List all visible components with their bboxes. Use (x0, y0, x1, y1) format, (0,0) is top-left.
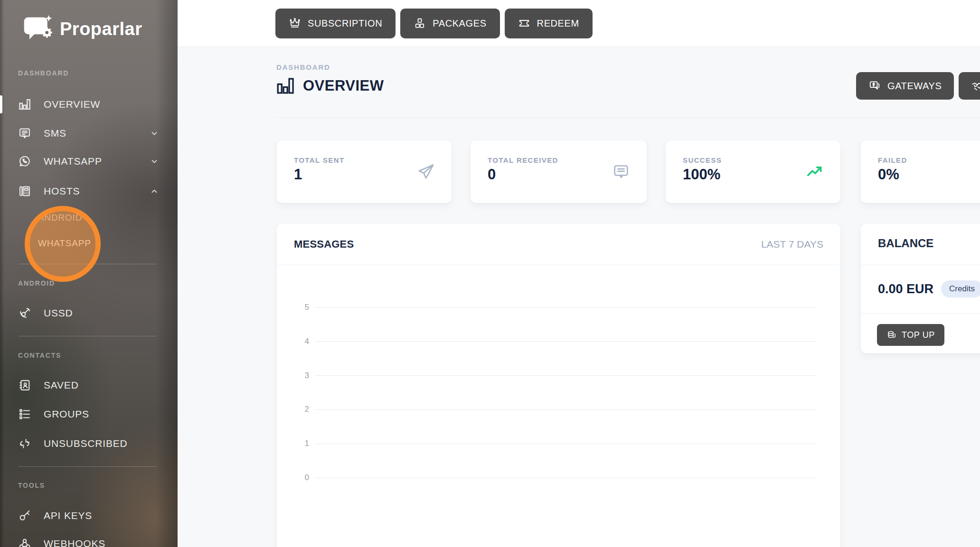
chart-gridline-row: 2 (290, 405, 817, 414)
sms-icon (18, 127, 31, 140)
redeem-label: REDEEM (537, 18, 579, 29)
chat-dollar-icon (868, 80, 881, 92)
broken-link-icon (18, 437, 31, 450)
stat-value: 0 (488, 166, 496, 183)
y-tick-label: 1 (290, 439, 309, 448)
stat-value: 0% (878, 166, 899, 183)
app-logo[interactable]: Proparlar (22, 14, 142, 44)
top-bar-buttons: SUBSCRIPTION PACKAGES REDEEM (275, 9, 593, 38)
chat-lines-icon (612, 162, 631, 181)
panel-divider (861, 265, 980, 265)
sidebar-section-tools: TOOLS (18, 482, 45, 489)
stat-card-total-received: TOTAL RECEIVED 0 (471, 140, 647, 203)
cubes-icon (414, 17, 426, 29)
sidebar-item-ussd[interactable]: USSD (0, 303, 178, 324)
sidebar-item-sms[interactable]: SMS (0, 123, 178, 144)
sidebar-item-label: WHATSAPP (44, 156, 102, 167)
panel-divider (861, 313, 980, 314)
sidebar-item-label: USSD (44, 307, 73, 319)
sidebar-item-overview[interactable]: OVERVIEW (0, 94, 178, 115)
app-name: Proparlar (60, 19, 142, 39)
packages-button[interactable]: PACKAGES (400, 9, 499, 38)
balance-amount: 0.00 EUR (878, 282, 933, 297)
satellite-dish-icon (18, 306, 31, 320)
chart-gridline-row: 3 (290, 371, 817, 380)
subscription-button[interactable]: SUBSCRIPTION (275, 9, 396, 38)
chart-gridline-row: 0 (290, 473, 817, 482)
sidebar-item-label: WEBHOOKS (44, 538, 105, 547)
top-up-label: TOP UP (902, 330, 935, 340)
gateways-label: GATEWAYS (887, 81, 942, 92)
gridline (315, 341, 817, 342)
logo-chat-bubble-icon (22, 14, 53, 44)
sidebar-item-label: SMS (44, 128, 66, 139)
sidebar-item-label: SAVED (44, 380, 79, 391)
sidebar-section-android: ANDROID (18, 279, 55, 287)
breadcrumb: DASHBOARD (276, 63, 330, 71)
credits-badge: Credits (941, 280, 980, 297)
partners-button-partial[interactable]: P (959, 72, 980, 100)
sidebar: Proparlar DASHBOARD OVERVIEW SMS WH (0, 0, 178, 547)
main-content: SUBSCRIPTION PACKAGES REDEEM DAS (178, 0, 980, 547)
sidebar-item-unsubscribed[interactable]: UNSUBSCRIBED (0, 433, 178, 454)
sidebar-divider (18, 466, 157, 467)
sidebar-item-saved[interactable]: SAVED (0, 375, 178, 396)
y-tick-label: 4 (290, 337, 309, 346)
trend-up-icon (805, 162, 824, 181)
stat-label: TOTAL RECEIVED (488, 156, 558, 164)
sidebar-item-label: UNSUBSCRIBED (44, 438, 127, 449)
gridline (315, 307, 817, 308)
stat-value: 1 (294, 166, 302, 183)
sidebar-item-groups[interactable]: GROUPS (0, 404, 178, 425)
whatsapp-icon (18, 155, 31, 168)
crown-icon (289, 17, 301, 29)
sidebar-item-api-keys[interactable]: API KEYS (0, 505, 178, 526)
coins-icon (886, 330, 897, 340)
gridline (315, 375, 817, 376)
chevron-up-icon (150, 187, 159, 195)
stat-card-success: SUCCESS 100% (666, 140, 840, 203)
sidebar-section-contacts: CONTACTS (18, 352, 61, 359)
stat-value: 100% (683, 166, 720, 183)
messages-chart: 543210 (277, 224, 840, 547)
stat-card-total-sent: TOTAL SENT 1 (277, 140, 452, 203)
key-icon (18, 509, 31, 522)
address-book-icon (18, 379, 31, 392)
gridline (315, 409, 817, 410)
header-divider (276, 117, 980, 118)
sidebar-item-webhooks[interactable]: WEBHOOKS (0, 533, 178, 547)
gridline (315, 444, 817, 444)
sidebar-section-dashboard: DASHBOARD (18, 69, 69, 77)
sidebar-item-label: HOSTS (44, 185, 80, 197)
balance-panel: BALANCE 0.00 EUR Credits TOP UP (861, 224, 980, 353)
top-up-button[interactable]: TOP UP (877, 324, 944, 346)
gateways-button[interactable]: GATEWAYS (856, 72, 954, 100)
tutorial-highlight-circle (25, 206, 101, 282)
gridline (315, 478, 817, 478)
paper-plane-icon (416, 162, 435, 181)
stat-card-failed: FAILED 0% (861, 140, 980, 203)
stat-label: TOTAL SENT (294, 156, 345, 164)
ticket-icon (518, 17, 530, 29)
sidebar-item-hosts[interactable]: HOSTS (0, 181, 178, 202)
page-title-row: OVERVIEW (275, 76, 384, 96)
sidebar-item-whatsapp[interactable]: WHATSAPP (0, 151, 178, 172)
redeem-button[interactable]: REDEEM (505, 9, 593, 38)
chevron-down-icon (150, 157, 159, 166)
packages-label: PACKAGES (433, 18, 486, 29)
chart-gridline-row: 1 (290, 439, 817, 448)
sidebar-item-label: GROUPS (44, 408, 89, 420)
y-tick-label: 3 (290, 371, 309, 380)
messages-panel: MESSAGES LAST 7 DAYS 543210 (277, 224, 840, 547)
subscription-label: SUBSCRIPTION (308, 18, 382, 29)
chart-gridline-row: 5 (290, 303, 817, 312)
y-tick-label: 2 (290, 405, 309, 414)
handshake-icon (971, 80, 980, 92)
active-item-indicator (0, 95, 2, 113)
balance-row: 0.00 EUR Credits (878, 280, 980, 297)
sidebar-item-label: OVERVIEW (44, 99, 100, 110)
top-bar: SUBSCRIPTION PACKAGES REDEEM (178, 0, 980, 47)
balance-panel-title: BALANCE (878, 237, 933, 250)
page-title: OVERVIEW (303, 77, 384, 94)
list-icon (18, 408, 31, 421)
